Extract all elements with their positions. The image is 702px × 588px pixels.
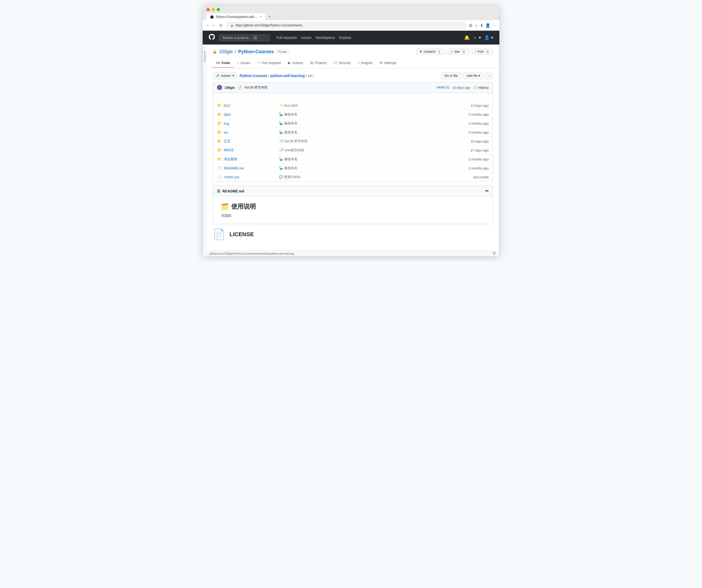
user-menu-button[interactable]: 👤 ▾ [484,35,493,40]
profile-icon[interactable]: 👤 [485,23,490,28]
security-icon: 🛡 [334,61,337,65]
folder-icon: 📁 [217,157,222,161]
tab-settings[interactable]: ⚙ Settings [376,58,400,68]
file-commit-dlc: ✨ DLC-004 [275,104,470,107]
fork-button[interactable]: ⑂ Fork 0 [472,48,493,55]
branch-selector[interactable]: ⎇ master ▾ [213,72,237,79]
file-commit-readme: 🦕 修改命名 [275,166,468,170]
license-title: LICENSE [229,231,254,238]
tab-security[interactable]: 🛡 Security [330,58,354,68]
create-button[interactable]: ＋ ▾ [473,34,481,41]
more-icon[interactable]: ··· [492,23,496,28]
chevron-down-icon: ▾ [233,74,234,78]
branch-name: master [221,74,231,78]
traffic-light-red[interactable] [207,8,210,11]
repo-header: 🔒 100gle / Python-Courses Private 👁 Unwa… [207,44,499,68]
notifications-button[interactable]: 🔔 [464,35,470,40]
tab-title: Python-Courses/python-self-... [216,15,257,19]
commit-message: Vol.04 章节内容 [244,85,268,90]
file-list-item: 📁 img 🦕 修改命名 2 months ago [213,119,493,128]
commit-author[interactable]: 100gle [225,86,235,90]
file-name-todo[interactable]: TODO.md [224,175,275,179]
readme-body: TODO [221,214,484,218]
go-to-file-button[interactable]: Go to file [441,72,461,79]
pr-icon: ⤳ [257,61,260,65]
file-name-zhengwen[interactable]: 正文 [224,139,275,143]
file-time-img: 2 months ago [468,122,489,125]
tab-issues[interactable]: ○ Issues [234,58,254,68]
url-input[interactable]: 🔒 https://github.com/100gle/Python-Cours… [226,22,466,28]
nav-pull-requests[interactable]: Pull requests [276,35,297,40]
tab-actions[interactable]: ▶ Actions [284,58,307,68]
file-name-img[interactable]: img [224,122,275,125]
repo-name-link[interactable]: Python-Courses [238,49,274,54]
lock-icon: 🔒 [230,23,234,27]
back-button[interactable]: ‹ [206,23,210,28]
readme-content: 🗂️ 使用说明 TODO [213,196,493,224]
add-file-button[interactable]: Add file ▾ [463,72,483,79]
eye-icon: 👁 [419,50,423,53]
traffic-light-green[interactable] [217,8,220,11]
file-time-qa: 2 months ago [468,113,489,116]
commit-bar: 1 100gle 📝 Vol.04 章节内容 4446c52 10 days a… [213,82,493,93]
tab-pull-requests[interactable]: ⤳ Pull requests [254,58,284,68]
nav-marketplace[interactable]: Marketplace [316,35,335,40]
repo-actions: 👁 Unwatch 1 ☆ Star 0 ⑂ Fork [417,48,493,55]
file-name-src[interactable]: src [224,130,275,134]
breadcrumb-v4: v4 [308,74,312,78]
file-list-item: 📁 正文 📝 Vol.04 章节内容 10 days ago [213,137,493,146]
tab-code[interactable]: <> Code [213,58,234,68]
nav-issues[interactable]: Issues [301,35,311,40]
file-list-item: 📄 TODO.md 💬 更新TODO last month [213,173,493,182]
issues-icon: ○ [237,61,239,65]
breadcrumb-python-self-learning[interactable]: python-self-learning [270,74,305,78]
file-name-qa[interactable]: Q&A [224,113,275,116]
repo-owner-link[interactable]: 100gle [219,49,233,54]
file-list-item: 📁 Q&A 🦕 修改命名 2 months ago [213,110,493,119]
file-name-dlc[interactable]: DLC [224,104,275,107]
fork-icon: ⑂ [475,50,476,53]
file-name-suisunian[interactable]: 碎碎念 [224,148,275,152]
breadcrumb: Python-Courses / python-self-learning / … [240,74,314,78]
github-header: Search or jump to... / Pull requests Iss… [203,31,499,44]
traffic-light-yellow[interactable] [212,8,215,11]
tab-insights[interactable]: ⌇ Insights [354,58,376,68]
more-options-button[interactable]: ··· [486,72,493,79]
bookmark-icon[interactable]: ☆ [474,23,478,28]
file-time-src: 2 months ago [468,130,489,134]
readme-edit-button[interactable]: ✏ [485,189,489,194]
star-icon: ☆ [450,50,453,53]
search-slash: / [253,36,257,39]
folder-icon: 📁 [217,130,222,135]
file-commit-zhengwen: 📝 Vol.04 章节内容 [275,139,470,143]
file-list-parent-dir: .. [213,93,493,101]
breadcrumb-python-courses[interactable]: Python-Courses [240,74,267,78]
repo-visibility-badge: Private [276,49,289,54]
new-tab-icon: + [269,15,271,19]
readme-heading-text: 使用说明 [231,202,256,211]
download-icon[interactable]: ⬇ [480,23,483,28]
file-name-zongheanli[interactable]: 综合案例 [224,157,275,161]
octotree-toggle[interactable]: › [204,46,205,49]
refresh-button[interactable]: ↻ [218,23,224,28]
license-icon: 📄 [213,228,225,240]
browser-tab[interactable]: ⬤ Python-Courses/python-self-... ✕ [207,13,265,20]
file-time-zhengwen: 10 days ago [470,139,489,143]
file-name-readme[interactable]: README.md [224,166,275,170]
file-time-readme: 2 months ago [468,166,489,170]
nav-explore[interactable]: Explore [339,35,351,40]
extensions-icon[interactable]: ⊞ [469,23,472,28]
history-button[interactable]: 🕐 History [473,86,489,90]
unwatch-button[interactable]: 👁 Unwatch 1 [417,48,445,55]
forward-button[interactable]: › [212,23,215,28]
tab-projects[interactable]: ⊞ Projects [307,58,330,68]
file-commit-suisunian: 📝 Unix部分内容 [275,148,470,152]
tab-close-button[interactable]: ✕ [259,15,262,18]
file-tree-header: ⎇ master ▾ Python-Courses / python-self-… [213,72,493,79]
github-search[interactable]: Search or jump to... / [219,34,270,41]
readme-filename: README.md [222,189,244,193]
history-icon: 🕐 [473,86,477,90]
new-tab-button[interactable]: + [266,14,274,20]
commit-hash[interactable]: 4446c52 [437,86,450,89]
star-button[interactable]: ☆ Star 0 [448,48,469,55]
